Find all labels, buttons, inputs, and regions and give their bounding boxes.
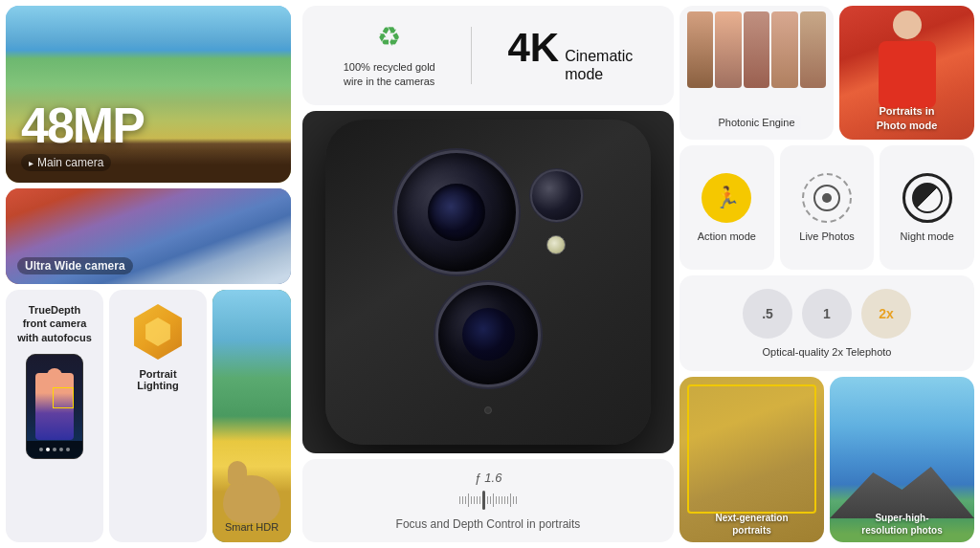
camera-body xyxy=(325,120,651,445)
bar-dot xyxy=(59,448,63,451)
top-lenses xyxy=(394,150,583,274)
portrait-frame xyxy=(687,384,816,514)
super-hires-card: Super-high-resolution photos xyxy=(830,377,974,542)
photonic-engine-card: Photonic Engine xyxy=(679,6,834,140)
flash-dot xyxy=(546,235,566,254)
divider xyxy=(471,27,472,84)
zoom-buttons: .5 1 2x xyxy=(743,289,911,339)
bar-dot xyxy=(66,448,70,451)
slider-tick xyxy=(477,496,478,504)
truedepth-card: TrueDepthfront camerawith autofocus xyxy=(6,290,103,542)
live-inner xyxy=(813,185,840,211)
phone-mock xyxy=(26,354,83,459)
hex-icon xyxy=(129,303,187,361)
film-strip xyxy=(687,11,826,88)
portraits-photo-card: Portraits inPhoto mode xyxy=(839,6,974,140)
mp-label: 48MP xyxy=(21,97,144,154)
next-gen-card: Next-generationportraits xyxy=(679,377,824,542)
mic-dot xyxy=(484,406,492,414)
zoom-2x-button[interactable]: 2x xyxy=(861,289,911,339)
live-photos-label: Live Photos xyxy=(799,230,854,242)
super-hires-label: Super-high-resolution photos xyxy=(835,512,969,537)
slider-tick xyxy=(507,496,508,504)
slider-tick xyxy=(513,496,514,504)
zoom-1-button[interactable]: 1 xyxy=(802,289,852,339)
bar-dot xyxy=(53,448,56,451)
night-mode-card: Night mode xyxy=(880,145,974,270)
slider-handle[interactable] xyxy=(482,491,485,510)
bar-dot xyxy=(39,448,43,451)
middle-column: ♻ 100% recycled goldwire in the cameras … xyxy=(297,0,679,548)
slider-tick xyxy=(501,496,502,504)
slider-tick xyxy=(468,493,469,507)
bottom-info-card: ƒ 1.6 Focus and Depth Control in portrai… xyxy=(302,459,674,542)
smart-hdr-label: Smart HDR xyxy=(212,521,291,533)
main-lens xyxy=(394,150,519,274)
camera-visual-card xyxy=(302,111,674,453)
top-features-card: ♻ 100% recycled goldwire in the cameras … xyxy=(302,6,674,105)
night-inner xyxy=(912,183,943,213)
bar-dot-active xyxy=(46,448,50,451)
person-silhouette xyxy=(35,373,74,440)
zoom-05-button[interactable]: .5 xyxy=(743,289,792,339)
film-frame-2 xyxy=(715,11,741,88)
action-mode-card: 🏃 Action mode xyxy=(679,145,774,270)
next-gen-label: Next-generationportraits xyxy=(685,512,818,537)
main-camera-label: Main camera xyxy=(21,154,111,171)
phone-bottom-bar xyxy=(27,441,82,458)
slider-tick xyxy=(510,493,511,507)
slider-tick xyxy=(471,496,472,504)
telephoto-label: Optical-quality 2x Telephoto xyxy=(763,346,892,358)
slider-tick xyxy=(465,496,466,504)
live-dot xyxy=(822,193,832,203)
portrait-lighting-card: Portrait Lighting xyxy=(109,290,207,542)
film-frame-4 xyxy=(771,11,797,88)
slider-tick xyxy=(499,496,500,504)
slider-tick xyxy=(504,496,505,504)
film-frame-1 xyxy=(687,11,713,88)
person-body xyxy=(879,41,936,108)
truedepth-title: TrueDepthfront camerawith autofocus xyxy=(17,303,92,344)
slider-tick xyxy=(516,496,517,504)
slider-tick xyxy=(474,496,475,504)
film-frame-3 xyxy=(744,11,769,88)
recycled-label: 100% recycled goldwire in the cameras xyxy=(344,60,435,90)
slider-tick xyxy=(479,496,480,504)
recycle-icon: ♻ xyxy=(377,21,401,53)
night-mode-label: Night mode xyxy=(901,230,954,242)
slider-tick xyxy=(487,496,488,504)
photonic-engine-label: Photonic Engine xyxy=(712,115,800,130)
smart-hdr-card: Smart HDR xyxy=(212,290,291,542)
live-photos-icon xyxy=(802,173,852,223)
portrait-lighting-label: Portrait Lighting xyxy=(119,368,197,391)
action-icon: 🏃 xyxy=(702,173,751,223)
lens-cluster xyxy=(394,150,583,387)
portraits-bottom-row: Next-generationportraits Super-high-reso… xyxy=(679,377,974,542)
dog-silhouette xyxy=(223,475,280,523)
action-night-row: 🏃 Action mode Live Photos Night mode xyxy=(679,145,974,270)
film-frame-5 xyxy=(800,11,826,88)
slider-tick xyxy=(496,496,497,504)
secondary-lens xyxy=(435,282,541,387)
dog-background xyxy=(212,290,291,542)
live-photos-card: Live Photos xyxy=(780,145,875,270)
main-camera-card: 48MP Main camera xyxy=(6,6,291,183)
ultra-wide-card: Ultra Wide camera xyxy=(6,188,291,284)
hex-shape xyxy=(130,304,186,360)
focus-box xyxy=(53,387,74,408)
cinematic-4k: 4K xyxy=(507,28,559,68)
slider-tick xyxy=(493,493,494,507)
cinematic-label: Cinematicmode xyxy=(565,47,633,83)
photonic-row: Photonic Engine Portraits inPhoto mode xyxy=(679,6,974,140)
slider-tick xyxy=(462,496,463,504)
action-mode-label: Action mode xyxy=(698,230,756,242)
bottom-cards-row: TrueDepthfront camerawith autofocus xyxy=(6,290,291,542)
person-head xyxy=(893,11,922,39)
left-column: 48MP Main camera Ultra Wide camera TrueD… xyxy=(0,0,297,548)
portraits-photo-label: Portraits inPhoto mode xyxy=(847,104,967,132)
mountain-shape xyxy=(830,461,974,518)
hex-inner xyxy=(144,318,172,346)
ultra-wide-label: Ultra Wide camera xyxy=(17,257,133,274)
recycled-feature: ♻ 100% recycled goldwire in the cameras xyxy=(344,21,435,90)
night-mode-icon xyxy=(902,173,952,223)
